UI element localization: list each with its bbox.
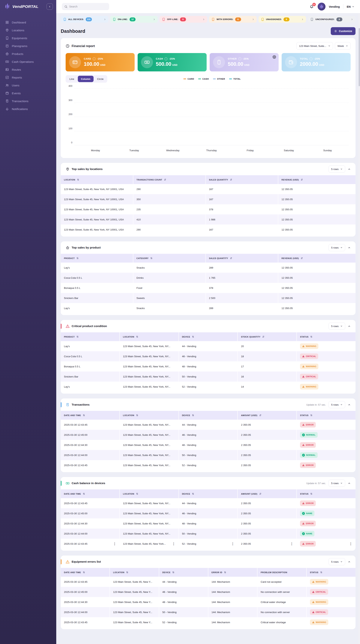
sort-icon[interactable] xyxy=(259,414,262,417)
language-selector[interactable]: EN xyxy=(347,5,354,8)
table-row[interactable]: 2025-03-30 12:44:00123 Main Street, Suit… xyxy=(61,607,355,617)
sidebar-item-locations[interactable]: Locations xyxy=(0,26,56,34)
kebab-menu-icon[interactable]: ⋮ xyxy=(172,542,175,546)
table-row[interactable]: 123 Main Street, Suite 45, New York, NY … xyxy=(61,214,355,224)
search-input[interactable] xyxy=(69,5,107,8)
section-collapse-button[interactable] xyxy=(348,246,351,249)
sort-icon[interactable] xyxy=(262,335,265,338)
filter-icon[interactable] xyxy=(77,178,80,181)
chip-unconfigured[interactable]: UNCONFIGURED:6 xyxy=(308,16,355,23)
sidebar-collapse-button[interactable] xyxy=(47,3,53,10)
table-row[interactable]: 2025-03-30 12:43:45123 Main Street, Suit… xyxy=(61,498,355,508)
location-select[interactable]: 123 Main Street, Suite... xyxy=(296,42,333,50)
rows-per-page-select[interactable]: 5 rows xyxy=(328,401,345,408)
sidebar-item-cash-operations[interactable]: Cash Operations xyxy=(0,58,56,66)
sort-icon[interactable] xyxy=(300,257,303,260)
toggle-column[interactable]: Column xyxy=(78,76,94,82)
chip-on-line[interactable]: ON-LINE:12 xyxy=(110,16,158,23)
sidebar-item-notifications[interactable]: Notifications xyxy=(0,105,56,113)
avatar[interactable] xyxy=(318,2,325,10)
customize-button[interactable]: Customize xyxy=(331,27,355,35)
table-row[interactable]: 2025-03-30 12:43:45⋮123 Main Street, Sui… xyxy=(61,539,355,549)
filter-icon[interactable] xyxy=(172,571,175,574)
sidebar-item-events[interactable]: Events xyxy=(0,89,56,97)
table-row[interactable]: 2025-03-30 12:45:00123 Main Street, Suit… xyxy=(61,430,355,440)
section-collapse-button[interactable] xyxy=(348,325,351,328)
filter-icon[interactable] xyxy=(83,414,85,417)
chip-unassigned[interactable]: UNASSIGNED:6 xyxy=(259,16,306,23)
rows-per-page-select[interactable]: 5 rows xyxy=(328,166,345,172)
rows-per-page-select[interactable]: 5 rows xyxy=(328,322,345,330)
sidebar-item-equipments[interactable]: Equipments xyxy=(0,34,56,42)
table-row[interactable]: Snickers Bar123 Main Street, Suite 45, N… xyxy=(61,372,355,382)
sidebar-item-users[interactable]: Users xyxy=(0,81,56,89)
filter-icon[interactable] xyxy=(192,414,194,417)
filter-icon[interactable] xyxy=(192,492,194,495)
toggle-line[interactable]: Line xyxy=(66,76,78,82)
sidebar-item-reports[interactable]: Reports xyxy=(0,74,56,81)
table-row[interactable]: Coca-Cola 0.5 LDrinks1 76512 350.05 xyxy=(61,273,355,283)
chip-all-devices[interactable]: ALL DEVICES:131 xyxy=(61,16,108,23)
metric-card-total[interactable]: TOTAL↑-25% 2000.00USD xyxy=(282,53,351,72)
chip-with-errors[interactable]: WITH ERRORS:6 xyxy=(209,16,257,23)
toggle-circle[interactable]: Circle xyxy=(94,76,107,82)
filter-icon[interactable] xyxy=(83,571,85,574)
table-row[interactable]: 2025-03-30 12:44:00123 Main Street, Suit… xyxy=(61,450,355,460)
table-row[interactable]: 2025-03-30 12:43:45123 Main Street, Suit… xyxy=(61,617,355,627)
kebab-menu-icon[interactable]: ⋮ xyxy=(349,542,352,546)
sidebar-item-transactions[interactable]: Transactions xyxy=(0,97,56,105)
table-row[interactable]: 2025-03-30 12:45:00123 Main Street, Suit… xyxy=(61,587,355,597)
kebab-menu-icon[interactable]: ⋮ xyxy=(113,542,116,546)
section-collapse-button[interactable] xyxy=(348,403,351,406)
filter-icon[interactable] xyxy=(126,571,129,574)
metric-card-card[interactable]: CARD↓-25% 100.00USD xyxy=(66,53,135,72)
table-row[interactable]: 2025-03-30 12:43:45123 Main Street, Suit… xyxy=(61,420,355,430)
metric-card-cash[interactable]: CASH↑-25% 500.00USD xyxy=(138,53,207,72)
table-row[interactable]: Bonaqua 0.5 L123 Main Street, Suite 45, … xyxy=(61,361,355,372)
legend-item-cash[interactable]: CASH xyxy=(198,78,209,80)
sort-icon[interactable] xyxy=(164,178,167,181)
rows-per-page-select[interactable]: 5 rows xyxy=(328,244,345,251)
kebab-menu-icon[interactable]: ⋮ xyxy=(290,542,293,546)
table-row[interactable]: Lay's123 Main Street, Suite 45, New York… xyxy=(61,382,355,392)
sort-icon[interactable] xyxy=(259,492,262,495)
sidebar-item-planograms[interactable]: Planograms xyxy=(0,42,56,50)
filter-icon[interactable] xyxy=(310,335,313,338)
legend-item-total[interactable]: TOTAL xyxy=(229,78,241,80)
table-row[interactable]: 2025-03-30 12:43:45123 Main Street, Suit… xyxy=(61,460,355,470)
rows-per-page-select[interactable]: 5 rows xyxy=(328,480,345,487)
table-row[interactable]: 123 Main Street, Suite 45, New York, NY … xyxy=(61,194,355,204)
filter-icon[interactable] xyxy=(224,571,226,574)
table-row[interactable]: 123 Main Street, Suite 45, New York, NY … xyxy=(61,184,355,194)
visibility-icon[interactable] xyxy=(272,55,276,60)
section-collapse-button[interactable] xyxy=(348,560,351,563)
filter-icon[interactable] xyxy=(192,335,194,338)
rows-per-page-select[interactable]: 5 rows xyxy=(328,558,345,565)
scrollbar-thumb[interactable] xyxy=(359,28,360,86)
filter-icon[interactable] xyxy=(76,335,79,338)
metric-card-other[interactable]: OTHER↑-25% 500.00USD xyxy=(210,53,279,72)
table-row[interactable]: 123 Main Street, Suite 45, New York, NY … xyxy=(61,204,355,214)
table-row[interactable]: Lay'sSnacks28912 350.05 xyxy=(61,303,355,313)
table-row[interactable]: 123 Main Street, Suite 45, New York, NY … xyxy=(61,224,355,235)
section-collapse-button[interactable] xyxy=(348,482,351,485)
sidebar-item-products[interactable]: Products xyxy=(0,50,56,58)
period-select[interactable]: Week xyxy=(335,42,351,50)
table-row[interactable]: 2025-03-30 12:44:30123 Main Street, Suit… xyxy=(61,518,355,528)
sidebar-item-dashboard[interactable]: Dashboard xyxy=(0,18,56,26)
table-row[interactable]: 2025-03-30 12:44:00123 Main Street, Suit… xyxy=(61,528,355,539)
scrollbar-track[interactable] xyxy=(358,13,360,644)
filter-icon[interactable] xyxy=(320,571,323,574)
filter-icon[interactable] xyxy=(310,492,313,495)
filter-icon[interactable] xyxy=(150,257,153,260)
table-row[interactable]: 2025-03-30 12:44:30123 Main Street, Suit… xyxy=(61,597,355,607)
table-row[interactable]: 2025-03-30 12:45:00123 Main Street, Suit… xyxy=(61,508,355,518)
table-row[interactable]: Coca-Cola 0.5 L123 Main Street, Suite 45… xyxy=(61,351,355,361)
table-row[interactable]: Lay's123 Main Street, Suite 45, New York… xyxy=(61,341,355,351)
legend-item-card[interactable]: CARD xyxy=(183,78,194,80)
table-row[interactable]: 2025-03-30 12:44:30123 Main Street, Suit… xyxy=(61,440,355,450)
notifications-button[interactable]: 8 xyxy=(309,4,314,9)
chip-off-line[interactable]: OFF-LINE:6 xyxy=(160,16,207,23)
legend-item-other[interactable]: OTHER xyxy=(213,78,225,80)
sidebar-item-routes[interactable]: Routes xyxy=(0,66,56,74)
